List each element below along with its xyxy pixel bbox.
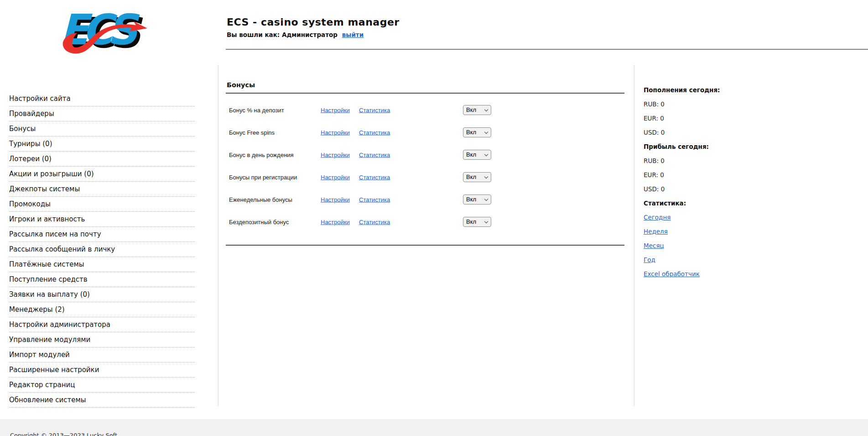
stats-link-week[interactable]: Неделя — [644, 228, 668, 235]
bonus-toggle-select[interactable]: Вкл — [463, 217, 491, 227]
statistics-link[interactable]: Статистика — [359, 106, 390, 113]
profit-rub: RUB: 0 — [644, 153, 808, 168]
header-text-block: ECS - casino system manager Вы вошли как… — [227, 16, 400, 38]
bonus-rows: Бонус % на депозит Настройки Статистика … — [226, 94, 624, 233]
logout-link[interactable]: выйти — [342, 31, 364, 38]
settings-link[interactable]: Настройки — [321, 106, 350, 113]
logged-in-as-label: Вы вошли как: Администратор — [227, 31, 338, 38]
bonus-toggle-select[interactable]: Вкл — [463, 105, 491, 115]
bonus-toggle-select[interactable]: Вкл — [463, 172, 491, 182]
stats-link-year[interactable]: Год — [644, 256, 655, 263]
statistics-link[interactable]: Статистика — [359, 173, 390, 180]
page-title: ECS - casino system manager — [227, 16, 400, 28]
sidebar-item-page-editor[interactable]: Редактор страниц — [9, 378, 195, 393]
bonus-toggle-select[interactable]: Вкл — [463, 150, 491, 160]
sidebar-item-module-import[interactable]: Импорт модулей — [9, 347, 195, 362]
sidebar-item-players-activity[interactable]: Игроки и активность — [9, 212, 195, 227]
bonus-row-no-deposit: Бездепозитный бонус Настройки Статистика… — [226, 210, 624, 233]
bonus-toggle-select[interactable]: Вкл — [463, 127, 491, 137]
logo[interactable]: ECS ECS — [53, 5, 149, 58]
settings-link[interactable]: Настройки — [321, 129, 350, 136]
footer: Copyright © 2013—2023 Lucky Soft — [0, 419, 868, 436]
stats-link-excel[interactable]: Excel обработчик — [644, 270, 700, 278]
settings-link[interactable]: Настройки — [321, 218, 350, 225]
sidebar-item-payment-systems[interactable]: Платёжные системы — [9, 257, 195, 272]
bonus-row-deposit-percent: Бонус % на депозит Настройки Статистика … — [226, 99, 624, 121]
stats-link-month[interactable]: Месяц — [644, 242, 664, 249]
deposits-usd: USD: 0 — [644, 125, 808, 139]
profit-eur: EUR: 0 — [644, 168, 808, 182]
ecs-logo-graphic: ECS ECS — [53, 5, 149, 57]
page-root: ECS ECS ECS - casino system manager Вы в… — [0, 0, 868, 436]
sidebar-item-pm-mailing[interactable]: Рассылка сообщений в личку — [9, 242, 195, 257]
statistics-link[interactable]: Статистика — [359, 151, 390, 158]
header-divider — [226, 49, 868, 50]
sidebar-item-promocodes[interactable]: Промокоды — [9, 197, 195, 212]
bonus-label: Бонус % на депозит — [229, 106, 284, 113]
sidebar-item-email-mailing[interactable]: Рассылка писем на почту — [9, 227, 195, 242]
bonus-toggle-select[interactable]: Вкл — [463, 194, 491, 205]
deposits-today-title: Пополнения сегодня: — [644, 83, 808, 97]
section-divider-bottom — [226, 245, 624, 246]
sidebar-item-promotions[interactable]: Акции и розыгрыши (0) — [9, 167, 195, 182]
stats-panel: Пополнения сегодня: RUB: 0 EUR: 0 USD: 0… — [644, 83, 808, 281]
bonus-row-free-spins: Бонус Free spins Настройки Статистика Вк… — [226, 121, 624, 143]
bonus-label: Бонус в день рождения — [229, 151, 294, 158]
bonuses-section: Бонусы Бонус % на депозит Настройки Стат… — [226, 81, 624, 246]
sidebar-item-tournaments[interactable]: Турниры (0) — [9, 137, 195, 152]
bonus-row-birthday: Бонус в день рождения Настройки Статисти… — [226, 143, 624, 166]
statistics-link[interactable]: Статистика — [359, 218, 390, 225]
settings-link[interactable]: Настройки — [321, 151, 350, 158]
copyright-text: Copyright © 2013—2023 Lucky Soft — [10, 432, 117, 436]
bonus-label: Бонус Free spins — [229, 129, 275, 136]
sidebar-item-payout-requests[interactable]: Заявки на выплату (0) — [9, 287, 195, 302]
stats-link-today[interactable]: Сегодня — [644, 214, 670, 221]
sidebar-item-lotteries[interactable]: Лотереи (0) — [9, 152, 195, 167]
sidebar-item-providers[interactable]: Провайдеры — [9, 106, 195, 121]
profit-today-title: Прибыль сегодня: — [644, 139, 808, 153]
sidebar-item-system-jackpots[interactable]: Джекпоты системы — [9, 182, 195, 197]
sidebar-item-site-settings[interactable]: Настройки сайта — [9, 91, 195, 106]
bonus-row-weekly: Еженедельные бонусы Настройки Статистика… — [226, 188, 624, 210]
sidebar-item-system-update[interactable]: Обновление системы — [9, 393, 195, 408]
sidebar-item-admin-settings[interactable]: Настройки администратора — [9, 317, 195, 332]
bonus-row-registration: Бонусы при регистрации Настройки Статист… — [226, 166, 624, 188]
sidebar: Настройки сайта Провайдеры Бонусы Турнир… — [9, 91, 195, 408]
deposits-eur: EUR: 0 — [644, 111, 808, 125]
sidebar-item-incoming-funds[interactable]: Поступление средств — [9, 272, 195, 287]
sidebar-item-bonuses[interactable]: Бонусы — [9, 121, 195, 137]
bonus-label: Бонусы при регистрации — [229, 173, 297, 180]
bonus-label: Еженедельные бонусы — [229, 196, 292, 203]
settings-link[interactable]: Настройки — [321, 173, 350, 180]
statistics-link[interactable]: Статистика — [359, 196, 390, 203]
content-aside-divider — [634, 65, 634, 406]
login-status-line: Вы вошли как: Администратор выйти — [227, 31, 400, 38]
sidebar-item-advanced-settings[interactable]: Расширенные настройки — [9, 362, 195, 378]
sidebar-item-managers[interactable]: Менеджеры (2) — [9, 302, 195, 317]
statistics-title: Статистика: — [644, 196, 808, 210]
sidebar-content-divider — [218, 65, 218, 406]
section-title: Бонусы — [226, 81, 624, 89]
deposits-rub: RUB: 0 — [644, 97, 808, 111]
sidebar-item-module-management[interactable]: Управление модулями — [9, 332, 195, 347]
settings-link[interactable]: Настройки — [321, 196, 350, 203]
profit-usd: USD: 0 — [644, 182, 808, 196]
bonus-label: Бездепозитный бонус — [229, 218, 289, 225]
statistics-link[interactable]: Статистика — [359, 129, 390, 136]
